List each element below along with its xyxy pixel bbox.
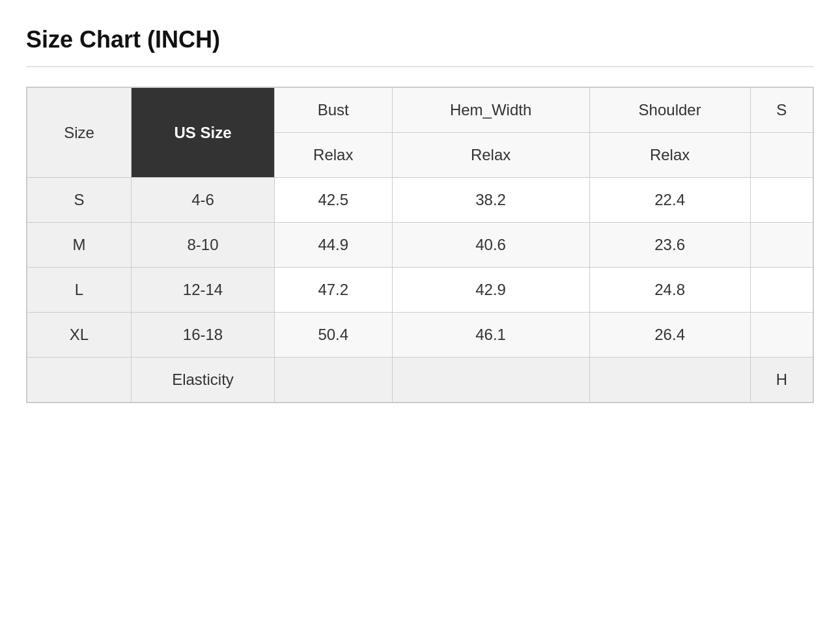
cell-hem-width: 46.1 — [392, 313, 589, 358]
table-row: S4-642.538.222.4 — [27, 178, 813, 223]
title-divider — [26, 66, 814, 67]
table-body: S4-642.538.222.4M8-1044.940.623.6L12-144… — [27, 178, 813, 358]
table-row: L12-1447.242.924.8 — [27, 268, 813, 313]
table-footer: Elasticity H — [27, 358, 813, 403]
cell-bust: 50.4 — [275, 313, 393, 358]
col-subheader-extra — [750, 133, 813, 178]
table-row: XL16-1850.446.126.4 — [27, 313, 813, 358]
cell-us-size: 16-18 — [132, 313, 275, 358]
cell-shoulder: 23.6 — [589, 223, 750, 268]
cell-bust: 44.9 — [275, 223, 393, 268]
cell-extra — [750, 268, 813, 313]
col-header-shoulder: Shoulder — [589, 88, 750, 133]
footer-bust-cell — [275, 358, 393, 403]
cell-hem-width: 42.9 — [392, 268, 589, 313]
cell-hem-width: 40.6 — [392, 223, 589, 268]
col-header-size: Size — [27, 88, 132, 178]
cell-us-size: 4-6 — [132, 178, 275, 223]
col-header-hem-width: Hem_Width — [392, 88, 589, 133]
cell-extra — [750, 223, 813, 268]
cell-bust: 47.2 — [275, 268, 393, 313]
cell-us-size: 8-10 — [132, 223, 275, 268]
footer-shoulder-cell — [589, 358, 750, 403]
cell-shoulder: 26.4 — [589, 313, 750, 358]
cell-size: XL — [27, 313, 132, 358]
footer-label-cell: Elasticity — [132, 358, 275, 403]
col-subheader-bust: Relax — [275, 133, 393, 178]
cell-shoulder: 24.8 — [589, 268, 750, 313]
cell-us-size: 12-14 — [132, 268, 275, 313]
col-header-extra: S — [750, 88, 813, 133]
col-header-bust: Bust — [275, 88, 393, 133]
footer-row: Elasticity H — [27, 358, 813, 403]
size-chart-table-wrapper: Size US Size Bust Hem_Width Shoulder S R… — [26, 87, 814, 403]
cell-bust: 42.5 — [275, 178, 393, 223]
col-subheader-hem-width: Relax — [392, 133, 589, 178]
cell-size: S — [27, 178, 132, 223]
cell-hem-width: 38.2 — [392, 178, 589, 223]
cell-extra — [750, 313, 813, 358]
cell-size: L — [27, 268, 132, 313]
page-title: Size Chart (INCH) — [26, 26, 814, 53]
header-row-top: Size US Size Bust Hem_Width Shoulder S — [27, 88, 813, 133]
cell-extra — [750, 178, 813, 223]
table-row: M8-1044.940.623.6 — [27, 223, 813, 268]
cell-size: M — [27, 223, 132, 268]
footer-extra-cell: H — [750, 358, 813, 403]
footer-hem-cell — [392, 358, 589, 403]
cell-shoulder: 22.4 — [589, 178, 750, 223]
col-subheader-shoulder: Relax — [589, 133, 750, 178]
col-header-us-size: US Size — [132, 88, 275, 178]
size-chart-table: Size US Size Bust Hem_Width Shoulder S R… — [27, 87, 813, 403]
footer-size-cell — [27, 358, 132, 403]
